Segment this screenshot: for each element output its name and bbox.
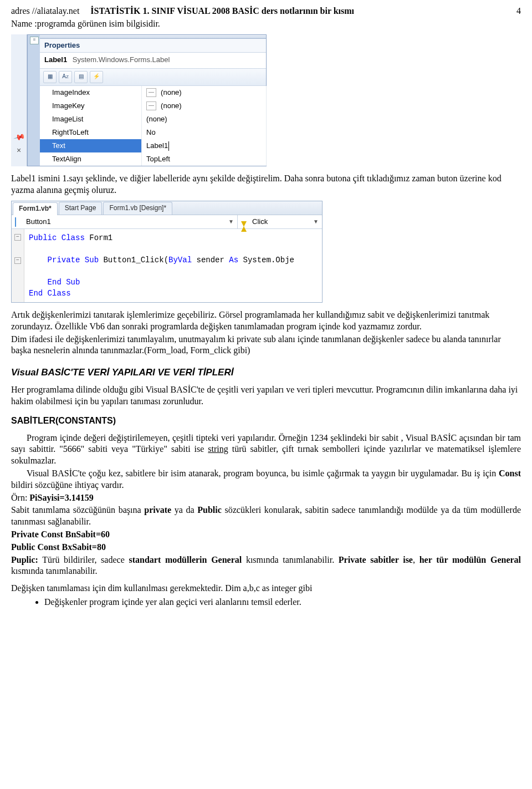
code-editor-screenshot: Form1.vb*Start PageForm1.vb [Design]* Bu… <box>11 201 521 303</box>
property-name: ImageList <box>40 113 142 126</box>
property-value[interactable]: Label1 <box>142 139 266 152</box>
object-combo[interactable]: Button1 ▼ <box>12 215 238 228</box>
private-const: Private Const BnSabit=60 <box>11 529 521 541</box>
event-combo-text: Click <box>252 217 268 227</box>
para-degisken: Artık değişkenlerimizi tanıtarak işlemle… <box>11 309 521 333</box>
property-name: Text <box>40 139 142 152</box>
member-combos: Button1 ▼ Click ▼ <box>12 215 322 229</box>
bullet-list: Değişkenler program içinde yer alan geçi… <box>44 597 521 608</box>
property-value[interactable]: (none) <box>142 113 266 126</box>
intro-line: Name :programda görünen isim bilgisidir. <box>11 18 521 30</box>
chevron-down-icon: ▼ <box>228 218 234 225</box>
dim-explain: Değişken tanımlaması için dim kullanılma… <box>11 583 521 594</box>
page-header: adres //aliatalay.net İSTATİSTİK 1. SINI… <box>11 6 521 17</box>
properties-object-selector[interactable]: Label1 System.Windows.Forms.Label <box>40 53 266 69</box>
property-value[interactable]: (none) <box>142 86 266 99</box>
sabit-p2: Visual BASİC'te çoğu kez, sabitlere bir … <box>11 468 521 491</box>
property-value[interactable]: No <box>142 126 266 139</box>
property-value[interactable]: (none) <box>142 99 266 113</box>
para-dim: Dim ifadesi ile değişkenlerimizi tanımla… <box>11 334 521 357</box>
page-content: adres //aliatalay.net İSTATİSTİK 1. SINI… <box>0 0 532 620</box>
property-row[interactable]: ImageList(none) <box>40 113 266 126</box>
property-name: RightToLeft <box>40 126 142 139</box>
event-combo[interactable]: Click ▼ <box>238 215 322 228</box>
subsection-sabitler: SABİTLER(CONSTANTS) <box>11 415 521 427</box>
alphabetical-icon[interactable]: AZ <box>59 71 72 83</box>
editor-tab[interactable]: Form1.vb [Design]* <box>103 202 172 215</box>
property-value[interactable]: TopLeft <box>142 152 266 166</box>
property-row[interactable]: TextLabel1 <box>40 139 266 152</box>
properties-screenshot: 📌 × ≡ Properties Label1 System.Windows.F… <box>11 34 521 167</box>
none-box-icon <box>146 88 156 97</box>
sabit-p1: Program içinde değeri değiştirilemeyen, … <box>11 432 521 467</box>
properties-toolbar: ▦ AZ ▤ ⚡ <box>40 69 266 86</box>
editor-tab[interactable]: Start Page <box>59 202 103 215</box>
dock-strip: 📌 × <box>11 34 27 167</box>
bolt-icon <box>241 218 247 232</box>
code-area[interactable]: Public Class Form1 Private Sub Button1_C… <box>24 229 322 302</box>
property-row[interactable]: ImageIndex(none) <box>40 86 266 99</box>
object-name: Label1 <box>44 55 67 64</box>
outline-gutter: − − <box>12 229 24 302</box>
puplic-line: Puplic: Türü bildiriler, sadece standart… <box>11 554 521 578</box>
none-box-icon <box>146 101 156 110</box>
orn-line: Örn: PiSayisi=3.14159 <box>11 492 521 504</box>
collapse-icon[interactable]: − <box>14 257 21 264</box>
page-number: 4 <box>516 6 521 17</box>
object-combo-text: Button1 <box>26 217 51 227</box>
section-title-veri: Visual BASİC'TE VERİ YAPILARI VE VERİ Tİ… <box>11 366 521 379</box>
pin-icon[interactable]: 📌 <box>12 130 25 144</box>
doc-icon: ≡ <box>30 37 39 44</box>
priv-pub-line: Sabit tanımlama sözcüğünün başına privat… <box>11 505 521 528</box>
list-item: Değişkenler program içinde yer alan geçi… <box>44 597 521 608</box>
course-title: İSTATİSTİK 1. SINIF VİSUAL 2008 BASİC de… <box>90 6 354 16</box>
property-row[interactable]: TextAlignTopLeft <box>40 152 266 166</box>
object-icon <box>15 217 16 227</box>
collapse-icon[interactable]: − <box>14 234 21 241</box>
para-veri: Her programlama dilinde olduğu gibi Visu… <box>11 384 521 408</box>
property-name: ImageIndex <box>40 86 142 99</box>
property-row[interactable]: RightToLeftNo <box>40 126 266 139</box>
categorized-icon[interactable]: ▦ <box>43 71 57 83</box>
properties-page-icon[interactable]: ▤ <box>74 71 88 83</box>
text-after-props: Label1 ismini 1.sayı şeklinde, ve diğier… <box>11 173 521 196</box>
property-name: TextAlign <box>40 152 142 166</box>
events-icon[interactable]: ⚡ <box>90 71 103 83</box>
editor-tab[interactable]: Form1.vb* <box>13 202 58 215</box>
site-address: adres //aliatalay.net <box>11 6 79 16</box>
properties-title: Properties <box>40 39 266 53</box>
editor-tabs: Form1.vb*Start PageForm1.vb [Design]* <box>12 201 322 215</box>
object-type: System.Windows.Forms.Label <box>73 55 170 64</box>
properties-grid[interactable]: ImageIndex(none)ImageKey(none)ImageList(… <box>40 86 267 166</box>
close-icon[interactable]: × <box>17 145 21 155</box>
property-row[interactable]: ImageKey(none) <box>40 99 266 113</box>
chevron-down-icon: ▼ <box>313 218 319 225</box>
property-name: ImageKey <box>40 99 142 113</box>
public-const: Public Const BxSabit=80 <box>11 542 521 553</box>
